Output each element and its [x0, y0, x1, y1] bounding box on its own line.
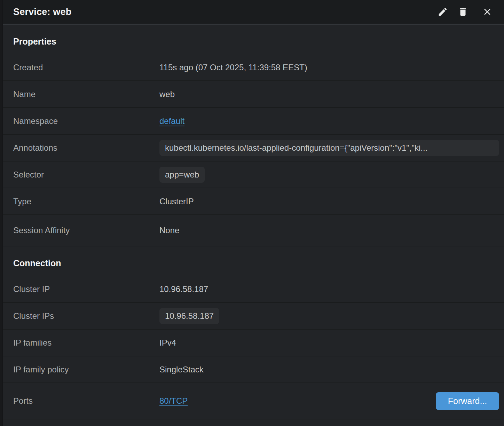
namespace-link[interactable]: default [159, 116, 184, 126]
row-name: Name web [3, 81, 504, 108]
row-ports: Ports 80/TCP Forward... [3, 383, 504, 419]
close-button[interactable] [480, 4, 495, 19]
forward-button[interactable]: Forward... [436, 392, 499, 410]
row-ip-family-policy-label: IP family policy [13, 365, 159, 374]
drawer-actions [435, 4, 495, 19]
row-created: Created 115s ago (07 Oct 2025, 11:39:58 … [3, 54, 504, 81]
row-cluster-ip-label: Cluster IP [13, 284, 159, 294]
service-details-overlay: Service: web [0, 0, 504, 426]
row-ports-label: Ports [13, 396, 159, 406]
row-cluster-ip: Cluster IP 10.96.58.187 [3, 276, 504, 303]
selector-badge: app=web [159, 167, 205, 183]
row-type: Type ClusterIP [3, 188, 504, 215]
row-annotations: Annotations kubectl.kubernetes.io/last-a… [3, 135, 504, 161]
connection-section: Connection Cluster IP 10.96.58.187 Clust… [3, 246, 504, 419]
row-selector-label: Selector [13, 170, 159, 180]
row-annotations-label: Annotations [13, 143, 159, 153]
row-ip-family-policy-value: SingleStack [159, 365, 204, 374]
row-ip-families-label: IP families [13, 338, 159, 348]
row-session-affinity-label: Session Affinity [13, 226, 159, 235]
row-created-value: 115s ago (07 Oct 2025, 11:39:58 EEST) [159, 63, 307, 72]
properties-section: Properties Created 115s ago (07 Oct 2025… [3, 25, 504, 246]
edit-button[interactable] [435, 4, 450, 19]
service-details-drawer: Service: web [3, 0, 504, 426]
row-session-affinity-value: None [159, 226, 179, 235]
annotations-badge: kubectl.kubernetes.io/last-applied-confi… [159, 140, 499, 156]
row-name-label: Name [13, 89, 159, 99]
background-content-strip [0, 0, 3, 426]
properties-section-title: Properties [3, 37, 504, 47]
row-ip-family-policy: IP family policy SingleStack [3, 356, 504, 383]
drawer-title: Service: web [13, 7, 72, 17]
row-ip-families-value: IPv4 [159, 338, 176, 348]
delete-button[interactable] [455, 4, 471, 19]
row-selector: Selector app=web [3, 161, 504, 188]
row-cluster-ips-label: Cluster IPs [13, 311, 159, 321]
row-session-affinity: Session Affinity None [3, 215, 504, 246]
pencil-icon [438, 7, 448, 17]
row-namespace: Namespace default [3, 108, 504, 135]
row-namespace-label: Namespace [13, 116, 159, 126]
row-cluster-ips: Cluster IPs 10.96.58.187 [3, 303, 504, 330]
drawer-header: Service: web [3, 0, 504, 25]
row-created-label: Created [13, 63, 159, 72]
cluster-ips-badge: 10.96.58.187 [159, 308, 219, 324]
connection-section-title: Connection [3, 258, 504, 268]
close-icon [482, 7, 493, 17]
row-type-label: Type [13, 197, 159, 206]
row-name-value: web [159, 89, 175, 99]
row-cluster-ip-value: 10.96.58.187 [159, 284, 208, 294]
row-ip-families: IP families IPv4 [3, 330, 504, 356]
port-link[interactable]: 80/TCP [159, 396, 188, 406]
drawer-body: Properties Created 115s ago (07 Oct 2025… [3, 25, 504, 426]
row-type-value: ClusterIP [159, 197, 194, 206]
trash-icon [458, 7, 468, 17]
